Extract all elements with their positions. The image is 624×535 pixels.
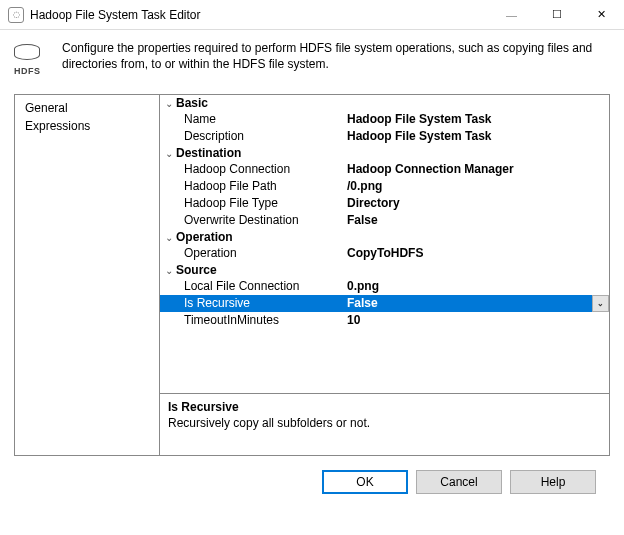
property-value[interactable]: Directory — [345, 195, 609, 212]
close-button[interactable]: ✕ — [579, 0, 624, 30]
property-name: Is Recursive — [160, 295, 345, 312]
header-description: Configure the properties required to per… — [62, 40, 610, 72]
property-value[interactable]: 0.png — [345, 278, 609, 295]
property-row[interactable]: Hadoop File Path/0.png — [160, 178, 609, 195]
maximize-button[interactable]: ☐ — [534, 0, 579, 30]
help-box: Is Recursive Recursively copy all subfol… — [160, 393, 609, 455]
category-header[interactable]: ⌄Destination — [160, 145, 609, 161]
property-name: Name — [160, 111, 345, 128]
property-grid[interactable]: ⌄BasicNameHadoop File System TaskDescrip… — [160, 95, 609, 393]
help-button[interactable]: Help — [510, 470, 596, 494]
property-row[interactable]: DescriptionHadoop File System Task — [160, 128, 609, 145]
category-header[interactable]: ⌄Operation — [160, 229, 609, 245]
property-name: Local File Connection — [160, 278, 345, 295]
category-label: Basic — [176, 96, 208, 110]
category-label: Destination — [176, 146, 241, 160]
property-value[interactable]: CopyToHDFS — [345, 245, 609, 262]
chevron-down-icon: ⌄ — [162, 265, 176, 276]
property-name: Hadoop File Type — [160, 195, 345, 212]
nav-sidebar: General Expressions — [15, 95, 160, 455]
property-name: Hadoop File Path — [160, 178, 345, 195]
property-name: Overwrite Destination — [160, 212, 345, 229]
header: HDFS Configure the properties required t… — [0, 30, 624, 84]
property-row[interactable]: OperationCopyToHDFS — [160, 245, 609, 262]
dropdown-button[interactable]: ⌄ — [592, 295, 609, 312]
property-value[interactable]: False — [345, 212, 609, 229]
title-bar: ◌ Hadoop File System Task Editor — ☐ ✕ — [0, 0, 624, 30]
property-row[interactable]: Is RecursiveFalse⌄ — [160, 295, 609, 312]
cancel-button[interactable]: Cancel — [416, 470, 502, 494]
property-name: Operation — [160, 245, 345, 262]
category-header[interactable]: ⌄Basic — [160, 95, 609, 111]
app-icon: ◌ — [8, 7, 24, 23]
property-row[interactable]: Overwrite DestinationFalse — [160, 212, 609, 229]
property-value[interactable]: Hadoop Connection Manager — [345, 161, 609, 178]
chevron-down-icon: ⌄ — [162, 232, 176, 243]
dialog-buttons: OK Cancel Help — [14, 456, 610, 494]
property-row[interactable]: Hadoop File TypeDirectory — [160, 195, 609, 212]
window-title: Hadoop File System Task Editor — [30, 8, 201, 22]
category-label: Operation — [176, 230, 233, 244]
main-panels: General Expressions ⌄BasicNameHadoop Fil… — [14, 94, 610, 456]
property-value[interactable]: Hadoop File System Task — [345, 128, 609, 145]
property-panel: ⌄BasicNameHadoop File System TaskDescrip… — [160, 95, 609, 455]
property-value[interactable]: 10 — [345, 312, 609, 329]
property-row[interactable]: Hadoop ConnectionHadoop Connection Manag… — [160, 161, 609, 178]
property-row[interactable]: NameHadoop File System Task — [160, 111, 609, 128]
help-text: Recursively copy all subfolders or not. — [168, 416, 601, 430]
property-value[interactable]: Hadoop File System Task — [345, 111, 609, 128]
chevron-down-icon: ⌄ — [162, 148, 176, 159]
hdfs-icon: HDFS — [14, 42, 48, 76]
property-row[interactable]: Local File Connection0.png — [160, 278, 609, 295]
property-value[interactable]: False⌄ — [345, 295, 609, 312]
ok-button[interactable]: OK — [322, 470, 408, 494]
help-name: Is Recursive — [168, 400, 601, 414]
category-header[interactable]: ⌄Source — [160, 262, 609, 278]
category-label: Source — [176, 263, 217, 277]
property-row[interactable]: TimeoutInMinutes10 — [160, 312, 609, 329]
nav-item-general[interactable]: General — [15, 99, 159, 117]
minimize-button[interactable]: — — [489, 0, 534, 30]
nav-item-expressions[interactable]: Expressions — [15, 117, 159, 135]
chevron-down-icon: ⌄ — [162, 98, 176, 109]
property-value[interactable]: /0.png — [345, 178, 609, 195]
property-name: Description — [160, 128, 345, 145]
property-name: Hadoop Connection — [160, 161, 345, 178]
property-name: TimeoutInMinutes — [160, 312, 345, 329]
